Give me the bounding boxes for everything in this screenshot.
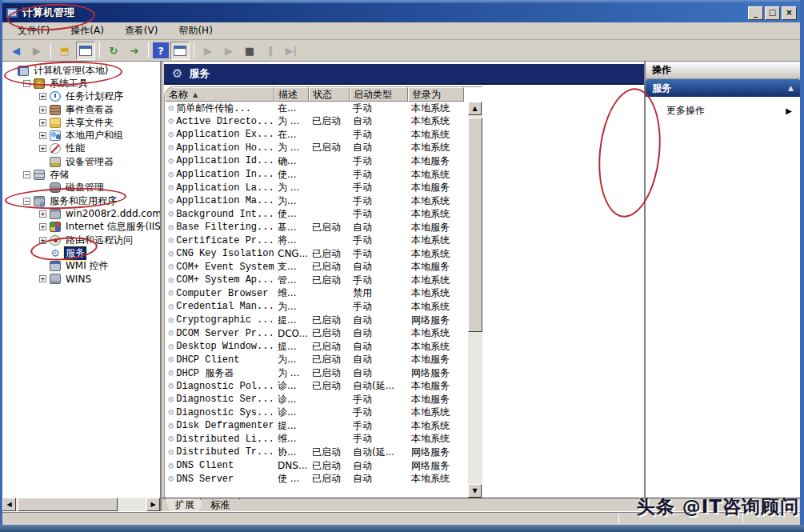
forward-icon[interactable]: ▶ <box>27 42 46 60</box>
table-row[interactable]: ⚙Certificate Pr...将...手动本地系统 <box>165 234 468 247</box>
menu-item-1[interactable]: 操作(A) <box>60 22 114 39</box>
table-row[interactable]: ⚙Application Id...确...手动本地服务 <box>165 154 468 168</box>
column-header-0[interactable]: 名称▲ <box>165 87 274 102</box>
stop-service-icon[interactable]: ■ <box>240 42 259 60</box>
table-row[interactable]: ⚙Computer Browser维...禁用本地系统 <box>165 287 468 301</box>
table-row[interactable]: ⚙Application Ho...为 ...已启动自动本地系统 <box>165 142 468 155</box>
table-row[interactable]: ⚙Distributed Tr...协...已启动自动(延...网络服务 <box>165 446 468 459</box>
table-row[interactable]: ⚙Background Int...使...手动本地系统 <box>165 207 468 221</box>
tree-item-4[interactable]: +共享文件夹 <box>2 116 160 129</box>
table-row[interactable]: ⚙Credential Man...为...手动本地系统 <box>165 300 468 314</box>
expand-expander-icon[interactable]: + <box>39 145 46 152</box>
expand-expander-icon[interactable]: + <box>39 119 46 126</box>
cell-name: ⚙DCOM Server Pr... <box>165 327 274 339</box>
table-row[interactable]: ⚙Diagnostic Sys...诊...手动本地系统 <box>165 406 468 420</box>
tree-item-13[interactable]: +路由和远程访问 <box>2 234 160 246</box>
list-vscroll-thumb[interactable] <box>468 118 482 332</box>
tree-item-5[interactable]: +本地用户和组 <box>2 129 160 142</box>
tree-item-3[interactable]: +事件查看器 <box>2 103 160 116</box>
tree-item-15[interactable]: WMI 控件 <box>2 259 160 272</box>
table-row[interactable]: ⚙Active Directo...为 ...已启动自动本地系统 <box>165 115 468 129</box>
table-row[interactable]: ⚙DHCP Client为...已启动自动本地服务 <box>165 353 468 366</box>
table-row[interactable]: ⚙CNG Key IsolationCNG...已启动手动本地系统 <box>165 247 468 261</box>
collapse-expander-icon[interactable]: − <box>23 198 30 205</box>
scroll-down-icon[interactable]: ▼ <box>468 484 482 498</box>
tree-item-16[interactable]: +WINS <box>2 273 160 286</box>
actions-section-header[interactable]: 服务 ▲ <box>646 79 800 97</box>
table-row[interactable]: ⚙Application Ex...在...手动本地系统 <box>165 128 468 142</box>
table-row[interactable]: ⚙Diagnostic Ser...诊...手动本地服务 <box>165 393 468 406</box>
table-row[interactable]: ⚙COM+ System Ap...管...已启动手动本地系统 <box>165 274 468 287</box>
tree-item-9[interactable]: 磁盘管理 <box>2 182 160 194</box>
tab-标准[interactable]: 标准 <box>200 498 240 511</box>
expand-expander-icon[interactable]: + <box>39 93 46 100</box>
menu-item-0[interactable]: 文件(F) <box>7 22 60 39</box>
collapse-icon[interactable]: ▲ <box>788 84 794 92</box>
scroll-right-icon[interactable]: ▶ <box>146 498 160 511</box>
tree-item-12[interactable]: +Internet 信息服务(IIS <box>2 221 160 234</box>
tree-horizontal-scrollbar[interactable]: ◀ ▶ <box>2 498 160 511</box>
table-row[interactable]: ⚙Diagnostic Pol...诊...已启动自动(延...本地服务 <box>165 379 468 393</box>
table-row[interactable]: ⚙DNS Server使 ...已启动自动本地系统 <box>165 472 468 486</box>
table-row[interactable]: ⚙DHCP 服务器为 ...已启动自动网络服务 <box>165 366 468 380</box>
table-row[interactable]: ⚙ 简单邮件传输...在...手动本地系统 <box>165 102 468 115</box>
collapse-expander-icon[interactable]: − <box>23 171 30 178</box>
back-icon[interactable]: ◀ <box>6 42 26 60</box>
expand-expander-icon[interactable]: + <box>39 106 46 114</box>
expand-expander-icon[interactable]: + <box>39 223 46 230</box>
cell-status: 已启动 <box>309 247 350 261</box>
start-service-icon[interactable]: ▶ <box>198 42 218 60</box>
tree-hscroll-thumb[interactable] <box>18 498 118 511</box>
more-actions-item[interactable]: 更多操作 ▶ <box>646 97 800 118</box>
table-row[interactable]: ⚙Application Ma...为...手动本地系统 <box>165 194 468 208</box>
tree-item-14[interactable]: ⚙服务 <box>2 246 160 259</box>
help-icon[interactable]: ? <box>153 42 169 58</box>
minimize-button[interactable]: _ <box>748 6 763 20</box>
refresh-icon[interactable]: ↻ <box>104 42 123 60</box>
table-row[interactable]: ⚙Application La...为 ...手动本地服务 <box>165 181 468 194</box>
pause-service-icon[interactable]: ‖ <box>261 42 280 60</box>
table-row[interactable]: ⚙Desktop Window...提...已启动自动本地系统 <box>165 340 468 354</box>
expand-expander-icon[interactable]: + <box>39 210 46 218</box>
resume-service-icon[interactable]: ▶ <box>219 42 238 60</box>
tree-item-11[interactable]: +win2008r2.ddd.com <box>2 207 160 220</box>
maximize-button[interactable]: □ <box>765 6 780 20</box>
scroll-up-icon[interactable]: ▲ <box>468 102 482 115</box>
cell-description: 将... <box>274 234 309 247</box>
column-header-2[interactable]: 状态 <box>309 87 350 102</box>
table-row[interactable]: ⚙Base Filtering...基...已启动自动本地服务 <box>165 221 468 234</box>
expand-expander-icon[interactable]: + <box>39 275 46 282</box>
tree-item-6[interactable]: +性能 <box>2 142 160 155</box>
show-action-pane-icon[interactable] <box>170 42 190 60</box>
column-header-4[interactable]: 登录为 <box>408 87 464 102</box>
table-row[interactable]: ⚙Distributed Li...维...手动本地系统 <box>165 433 468 446</box>
export-list-icon[interactable]: ➔ <box>125 42 144 60</box>
tree-item-10[interactable]: −服务和应用程序 <box>2 194 160 207</box>
restart-service-icon[interactable]: ▶| <box>282 42 301 60</box>
tree-item-0[interactable]: 计算机管理(本地) <box>2 64 160 77</box>
tree-item-2[interactable]: +任务计划程序 <box>2 90 160 103</box>
table-row[interactable]: ⚙COM+ Event System支...已启动自动本地服务 <box>165 261 468 274</box>
tab-扩展[interactable]: 扩展 <box>165 498 205 511</box>
cell-status: 已启动 <box>309 274 350 287</box>
expand-expander-icon[interactable]: + <box>39 132 46 139</box>
table-row[interactable]: ⚙DCOM Server Pr...DCO...已启动自动本地系统 <box>165 326 468 340</box>
table-row[interactable]: ⚙Disk Defragmenter提...手动本地系统 <box>165 419 468 433</box>
table-row[interactable]: ⚙DNS ClientDNS...已启动自动网络服务 <box>165 459 468 473</box>
tree-item-8[interactable]: −存储 <box>2 168 160 181</box>
close-button[interactable]: × <box>782 6 797 20</box>
column-header-3[interactable]: 启动类型 <box>350 87 408 102</box>
column-header-1[interactable]: 描述 <box>274 87 309 102</box>
show-console-tree-icon[interactable] <box>76 42 95 60</box>
tree-item-1[interactable]: −系统工具 <box>2 77 160 90</box>
up-one-level-icon[interactable]: ⬒ <box>55 42 74 60</box>
list-vertical-scrollbar[interactable]: ▲ ▼ <box>468 102 482 498</box>
collapse-expander-icon[interactable]: − <box>23 80 30 87</box>
table-row[interactable]: ⚙Application In...使...手动本地系统 <box>165 168 468 182</box>
tree-item-7[interactable]: 设备管理器 <box>2 155 160 168</box>
menu-item-3[interactable]: 帮助(H) <box>168 22 222 39</box>
table-row[interactable]: ⚙Cryptographic ...提...已启动自动网络服务 <box>165 314 468 327</box>
expand-expander-icon[interactable]: + <box>39 237 46 244</box>
scroll-left-icon[interactable]: ◀ <box>2 498 16 511</box>
menu-item-2[interactable]: 查看(V) <box>114 22 169 39</box>
